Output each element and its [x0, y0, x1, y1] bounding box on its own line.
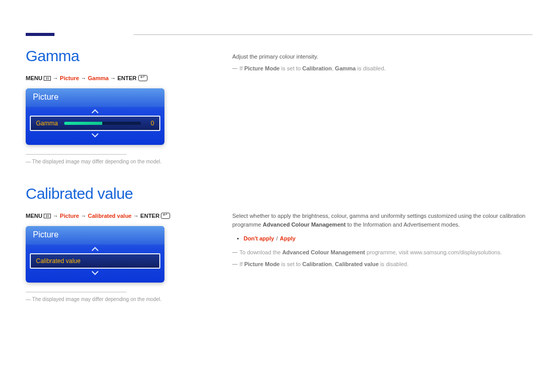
option-dont-apply: Don't apply: [244, 235, 274, 241]
osd-row-label: Calibrated value: [36, 257, 81, 265]
note-text: If: [239, 261, 244, 267]
osd-up-arrow: [26, 109, 164, 114]
download-note: To download the Advanced Colour Manageme…: [232, 248, 535, 257]
arrow-icon: →: [110, 75, 116, 81]
osd-up-arrow: [26, 247, 164, 251]
disclaimer-text: The displayed image may differ depending…: [32, 159, 162, 164]
note-text: programme, visit www.samsung.com/display…: [365, 249, 502, 255]
calibrated-disclaimer: ― The displayed image may differ dependi…: [26, 296, 180, 302]
gamma-label: Gamma: [335, 65, 356, 71]
arrow-icon: →: [53, 75, 59, 81]
acm-label: Advanced Colour Management: [282, 249, 365, 255]
gamma-osd-panel: Picture Gamma 0: [26, 88, 164, 145]
header-accent-bar: [26, 33, 54, 36]
menu-path-category: Picture: [60, 213, 79, 219]
arrow-icon: →: [81, 213, 86, 219]
note-text: If: [239, 65, 244, 71]
divider: [26, 154, 126, 155]
osd-panel-title: Picture: [26, 88, 164, 107]
chevron-up-icon: [91, 247, 99, 251]
gamma-description: Adjust the primary colour intensity. If …: [232, 52, 535, 73]
picture-mode-label: Picture Mode: [244, 65, 280, 71]
option-apply: Apply: [280, 235, 296, 241]
osd-row-value: 0: [147, 120, 154, 127]
section-gamma: Gamma MENU → Picture → Gamma → ENTER Pic…: [26, 47, 180, 164]
arrow-icon: →: [53, 213, 59, 219]
arrow-icon: →: [133, 213, 139, 219]
chevron-down-icon: [91, 271, 99, 275]
menu-label: MENU: [26, 213, 42, 219]
arrow-icon: →: [81, 75, 86, 81]
enter-icon: [138, 75, 147, 81]
osd-slider: [64, 122, 141, 125]
divider: [26, 292, 126, 292]
section-calibrated: Calibrated value MENU → Picture → Calibr…: [26, 185, 180, 302]
note-text: is disabled.: [356, 65, 385, 71]
enter-label: ENTER: [140, 213, 159, 219]
calibration-label: Calibration: [302, 261, 331, 267]
osd-gamma-row: Gamma 0: [30, 116, 160, 131]
menu-icon: [44, 214, 51, 218]
calibrated-menu-path: MENU → Picture → Calibrated value → ENTE…: [26, 213, 180, 219]
gamma-note: If Picture Mode is set to Calibration, G…: [232, 64, 535, 73]
calibration-label: Calibration: [302, 65, 331, 71]
calibrated-value-label: Calibrated value: [335, 261, 379, 267]
chevron-up-icon: [91, 109, 99, 114]
osd-row-label: Gamma: [36, 120, 58, 127]
menu-path-item: Gamma: [88, 75, 108, 81]
gamma-intro-text: Adjust the primary colour intensity.: [232, 52, 535, 61]
calibrated-intro-text: Select whether to apply the brightness, …: [232, 212, 535, 229]
calibrated-osd-panel: Picture Calibrated value: [26, 226, 164, 283]
header-divider: [134, 34, 532, 35]
menu-path-item: Calibrated value: [88, 213, 132, 219]
osd-slider-fill: [64, 122, 103, 125]
gamma-menu-path: MENU → Picture → Gamma → ENTER: [26, 75, 180, 81]
disclaimer-text: The displayed image may differ depending…: [32, 296, 162, 302]
menu-label: MENU: [26, 75, 42, 81]
options-bullet: Don't apply/Apply: [232, 234, 535, 243]
enter-label: ENTER: [117, 75, 136, 81]
calibrated-description: Select whether to apply the brightness, …: [232, 212, 535, 269]
calibrated-note: If Picture Mode is set to Calibration, C…: [232, 260, 535, 269]
picture-mode-label: Picture Mode: [244, 261, 280, 267]
enter-icon: [161, 213, 170, 219]
note-text: is set to: [280, 65, 302, 71]
para-text: to the Information and Advertisement mod…: [346, 221, 460, 228]
calibrated-title: Calibrated value: [26, 185, 180, 202]
chevron-down-icon: [91, 133, 99, 138]
osd-down-arrow: [26, 271, 164, 275]
right-column: Adjust the primary colour intensity. If …: [232, 52, 535, 269]
note-text: To download the: [239, 249, 282, 255]
left-column: Gamma MENU → Picture → Gamma → ENTER Pic…: [26, 47, 180, 302]
menu-icon: [44, 76, 51, 81]
osd-calibrated-row: Calibrated value: [30, 253, 160, 269]
osd-panel-title: Picture: [26, 226, 164, 245]
gamma-title: Gamma: [26, 47, 180, 65]
acm-label: Advanced Colour Management: [263, 221, 345, 228]
note-text: is disabled.: [379, 261, 409, 267]
menu-path-category: Picture: [60, 75, 79, 81]
note-text: is set to: [280, 261, 302, 267]
gamma-disclaimer: ― The displayed image may differ dependi…: [26, 159, 180, 164]
osd-down-arrow: [26, 133, 164, 138]
